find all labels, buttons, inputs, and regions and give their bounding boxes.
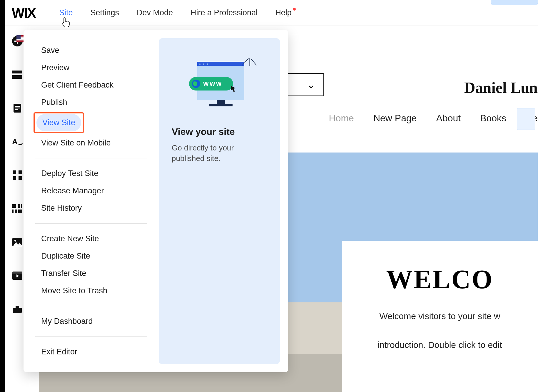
site-nav: Home New Page About Books Re <box>329 113 538 124</box>
business-icon <box>12 305 22 314</box>
nav-home[interactable]: Home <box>329 113 354 124</box>
svg-rect-4 <box>15 106 20 107</box>
site-title[interactable]: Daniel Lun <box>464 79 538 96</box>
text-style-icon: A <box>12 137 23 146</box>
site-menu-view-site[interactable]: View Site <box>36 114 81 131</box>
view-site-illustration: ● ● ● ／ | ＼ WWW <box>188 56 250 109</box>
top-menu-settings[interactable]: Settings <box>90 8 119 17</box>
top-menu: Site Settings Dev Mode Hire a Profession… <box>59 8 292 17</box>
menu-separator <box>35 306 147 306</box>
menu-separator <box>35 158 147 158</box>
pages-button[interactable] <box>11 102 24 115</box>
site-menu-create-new[interactable]: Create New Site <box>35 230 105 247</box>
site-menu-view-mobile[interactable]: View Site on Mobile <box>35 134 117 152</box>
layout-button[interactable] <box>11 202 24 215</box>
svg-rect-30 <box>16 35 21 39</box>
site-menu-dropdown: Save Preview Get Client Feedback Publish… <box>24 30 288 372</box>
svg-text:A: A <box>12 137 18 146</box>
image-icon <box>12 238 22 246</box>
site-menu-save[interactable]: Save <box>35 42 65 59</box>
hero-paragraph-line2[interactable]: introduction. Double click to edit <box>360 338 520 352</box>
site-menu-list: Save Preview Get Client Feedback Publish… <box>24 38 159 364</box>
site-menu-trash[interactable]: Move Site to Trash <box>35 282 113 299</box>
menu-separator <box>35 223 147 224</box>
editor-topbar: WIX Site Settings Dev Mode Hire a Profes… <box>5 0 538 26</box>
text-style-button[interactable]: A <box>11 135 24 148</box>
www-label: WWW <box>203 81 223 87</box>
svg-rect-12 <box>12 204 16 208</box>
cursor-icon <box>230 85 237 93</box>
hero-paragraph-line1[interactable]: Welcome visitors to your site w <box>360 309 520 323</box>
svg-rect-14 <box>21 204 22 208</box>
page-icon <box>13 103 22 113</box>
site-menu-history[interactable]: Site History <box>35 200 88 217</box>
apps-button[interactable] <box>11 169 24 182</box>
svg-rect-5 <box>15 108 20 108</box>
menu-separator <box>35 336 147 337</box>
site-menu-release-manager[interactable]: Release Manager <box>35 182 110 200</box>
nav-books[interactable]: Books <box>480 113 506 124</box>
top-menu-hire[interactable]: Hire a Professional <box>191 8 258 17</box>
svg-rect-15 <box>12 210 14 213</box>
media-button[interactable] <box>11 236 24 249</box>
svg-rect-1 <box>12 71 22 73</box>
svg-rect-22 <box>13 308 22 313</box>
video-button[interactable] <box>11 269 24 282</box>
site-menu-preview[interactable]: Preview <box>35 59 75 76</box>
svg-rect-9 <box>19 170 22 174</box>
site-menu-deploy-test[interactable]: Deploy Test Site <box>35 165 104 182</box>
notification-dot-icon <box>293 8 296 11</box>
preview-desc: Go directly to your published site. <box>172 143 267 164</box>
business-button[interactable] <box>11 303 24 316</box>
site-menu-dashboard[interactable]: My Dashboard <box>35 313 99 330</box>
globe-icon <box>192 80 200 88</box>
video-icon <box>12 272 22 280</box>
svg-rect-2 <box>12 75 22 79</box>
top-menu-help[interactable]: Help <box>275 8 292 17</box>
site-menu-publish[interactable]: Publish <box>35 94 73 111</box>
top-menu-help-label: Help <box>275 8 292 17</box>
site-menu-exit[interactable]: Exit Editor <box>35 343 83 361</box>
svg-rect-16 <box>15 210 17 213</box>
site-menu-duplicate[interactable]: Duplicate Site <box>35 247 96 265</box>
svg-point-19 <box>14 240 16 242</box>
svg-rect-13 <box>18 204 20 208</box>
chevron-down-icon: ⌄ <box>307 79 315 91</box>
wix-logo[interactable]: WIX <box>12 5 36 21</box>
window-edge <box>0 0 5 392</box>
hero-heading[interactable]: WELCO <box>360 264 520 294</box>
svg-rect-21 <box>12 272 22 274</box>
nav-about[interactable]: About <box>436 113 461 124</box>
top-menu-site[interactable]: Site <box>59 8 73 17</box>
tutorial-highlight-box: View Site <box>34 112 84 133</box>
svg-rect-6 <box>15 109 18 110</box>
svg-rect-17 <box>18 210 22 213</box>
preview-title: View your site <box>172 126 235 137</box>
floating-hint-card[interactable] <box>517 108 535 130</box>
sections-button[interactable] <box>11 68 24 81</box>
site-menu-transfer[interactable]: Transfer Site <box>35 265 92 282</box>
topbar-collapse-button[interactable]: ⌃ <box>491 0 538 5</box>
svg-rect-10 <box>13 176 16 180</box>
apps-icon <box>13 170 22 180</box>
sections-icon <box>12 71 22 79</box>
hero-text-card[interactable]: WELCO Welcome visitors to your site w in… <box>342 241 538 392</box>
layout-icon <box>12 204 22 213</box>
top-menu-devmode[interactable]: Dev Mode <box>137 8 173 17</box>
svg-rect-8 <box>13 170 16 174</box>
nav-new-page[interactable]: New Page <box>373 113 417 124</box>
site-menu-feedback[interactable]: Get Client Feedback <box>35 76 119 94</box>
svg-rect-11 <box>19 176 22 180</box>
site-menu-preview-pane: ● ● ● ／ | ＼ WWW View your site Go direct… <box>159 38 280 364</box>
svg-rect-23 <box>16 306 19 308</box>
